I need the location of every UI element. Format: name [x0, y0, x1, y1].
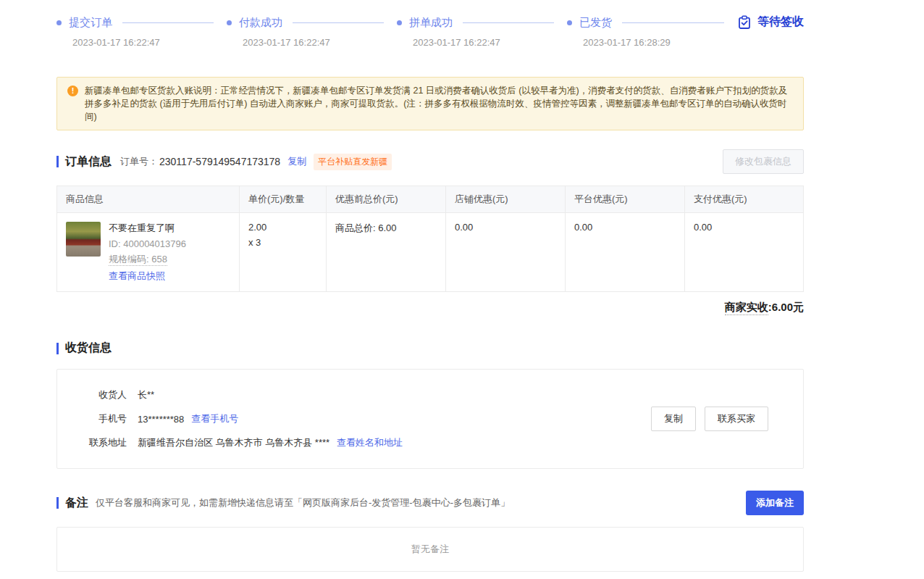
notes-subtitle: 仅平台客服和商家可见，如需新增快递信息请至「网页版商家后台-发货管理-包裹中心-…	[96, 496, 510, 509]
phone-label: 手机号	[75, 412, 127, 425]
contact-buyer-button[interactable]: 联系买家	[705, 407, 768, 431]
column-header-payment-discount: 支付优惠(元)	[685, 186, 804, 213]
timeline-dot	[567, 20, 572, 25]
merchant-received-value: :6.00元	[768, 301, 804, 313]
consignee-value: 长**	[138, 388, 154, 401]
platform-discount-value: 0.00	[574, 222, 592, 233]
modify-package-button[interactable]: 修改包裹信息	[723, 149, 804, 174]
merchant-received-label: 商家实收	[725, 301, 768, 315]
timeline-dot	[56, 20, 62, 25]
timeline-connector	[122, 22, 214, 23]
timeline-step-shipped: 已发货 2023-01-17 16:28:29	[567, 14, 737, 48]
pre-discount-total: 商品总价: 6.00	[335, 222, 397, 233]
product-table: 商品信息 单价(元)/数量 优惠前总价(元) 店铺优惠(元) 平台优惠(元) 支…	[56, 186, 804, 292]
notes-empty-box: 暂无备注	[56, 527, 804, 572]
address-value: 新疆维吾尔自治区 乌鲁木齐市 乌鲁木齐县 ****	[138, 436, 329, 449]
copy-order-number-link[interactable]: 复制	[287, 155, 306, 168]
payment-discount-value: 0.00	[694, 222, 712, 233]
timeline-step-waiting-receipt: 等待签收	[737, 14, 804, 30]
consignee-row: 收货人 长**	[75, 388, 403, 401]
product-row: 不要在重复了啊 ID: 400004013796 规格编码: 658 查看商品快…	[57, 213, 804, 292]
product-spec-code: 规格编码: 658	[109, 253, 186, 266]
product-name: 不要在重复了啊	[109, 222, 186, 235]
shop-discount-value: 0.00	[455, 222, 473, 233]
timeline-step-label: 付款成功	[239, 16, 282, 30]
timeline-step-time: 2023-01-17 16:22:47	[413, 37, 567, 48]
order-info-header: 订单信息 订单号： 230117-579149547173178 复制 平台补贴…	[56, 149, 804, 174]
timeline-step-label: 已发货	[579, 16, 612, 30]
section-title: 订单信息	[65, 154, 112, 170]
order-status-timeline: 提交订单 2023-01-17 16:22:47 付款成功 2023-01-17…	[56, 14, 804, 48]
product-id: ID: 400004013796	[109, 238, 186, 249]
add-note-button[interactable]: 添加备注	[746, 491, 804, 515]
copy-address-button[interactable]: 复制	[651, 407, 696, 431]
section-title-bar	[56, 497, 59, 509]
order-number-label: 订单号：	[120, 155, 158, 168]
product-table-header-row: 商品信息 单价(元)/数量 优惠前总价(元) 店铺优惠(元) 平台优惠(元) 支…	[57, 186, 804, 213]
timeline-step-time: 2023-01-17 16:28:29	[583, 37, 737, 48]
order-detail-page: 提交订单 2023-01-17 16:22:47 付款成功 2023-01-17…	[56, 14, 804, 579]
timeline-step-payment-success: 付款成功 2023-01-17 16:22:47	[227, 14, 397, 48]
phone-value: 13*******88	[138, 414, 184, 425]
column-header-pre-discount-total: 优惠前总价(元)	[327, 186, 446, 213]
address-row: 联系地址 新疆维吾尔自治区 乌鲁木齐市 乌鲁木齐县 **** 查看姓名和地址	[75, 436, 403, 449]
merchant-received-total: 商家实收:6.00元	[56, 301, 804, 315]
address-label: 联系地址	[75, 436, 127, 449]
warning-circle-icon: !	[67, 86, 78, 96]
shipping-info-box: 收货人 长** 手机号 13*******88 查看手机号 联系地址 新疆维吾尔…	[56, 369, 804, 469]
column-header-unit-price-qty: 单价(元)/数量	[240, 186, 327, 213]
notice-text: 新疆凑单包邮专区货款入账说明：正常经营情况下，新疆凑单包邮专区订单发货满 21 …	[85, 84, 793, 123]
phone-row: 手机号 13*******88 查看手机号	[75, 412, 403, 425]
consignee-label: 收货人	[75, 388, 127, 401]
shipping-info-header: 收货信息	[56, 341, 804, 356]
notes-header: 备注 仅平台客服和商家可见，如需新增快递信息请至「网页版商家后台-发货管理-包裹…	[56, 491, 804, 515]
timeline-connector	[293, 22, 384, 23]
timeline-step-label: 等待签收	[757, 14, 804, 30]
view-phone-link[interactable]: 查看手机号	[191, 412, 238, 425]
timeline-connector	[622, 22, 724, 23]
section-title-bar	[56, 156, 59, 167]
view-product-snapshot-link[interactable]: 查看商品快照	[109, 270, 165, 281]
order-number: 230117-579149547173178	[159, 156, 280, 167]
section-title: 收货信息	[65, 341, 112, 356]
unit-price: 2.00	[248, 222, 317, 233]
timeline-step-time: 2023-01-17 16:22:47	[243, 37, 397, 48]
quantity: x 3	[248, 237, 317, 248]
timeline-dot	[227, 20, 232, 25]
notes-empty-text: 暂无备注	[411, 543, 449, 556]
timeline-step-label: 提交订单	[69, 16, 112, 30]
section-title-bar	[56, 343, 59, 354]
column-header-product-info: 商品信息	[57, 186, 240, 213]
column-header-shop-discount: 店铺优惠(元)	[446, 186, 566, 213]
clipboard-check-icon	[737, 15, 752, 30]
section-title: 备注	[65, 496, 88, 511]
timeline-step-group-success: 拼单成功 2023-01-17 16:22:47	[397, 14, 567, 48]
timeline-connector	[463, 22, 554, 23]
timeline-step-time: 2023-01-17 16:22:47	[72, 37, 227, 48]
product-thumbnail	[66, 222, 101, 257]
column-header-platform-discount: 平台优惠(元)	[566, 186, 685, 213]
view-name-address-link[interactable]: 查看姓名和地址	[337, 436, 403, 449]
platform-subsidy-tag: 平台补贴直发新疆	[314, 154, 392, 170]
timeline-step-submit-order: 提交订单 2023-01-17 16:22:47	[56, 14, 227, 48]
payment-settlement-notice-banner: ! 新疆凑单包邮专区货款入账说明：正常经营情况下，新疆凑单包邮专区订单发货满 2…	[56, 77, 804, 130]
timeline-step-label: 拼单成功	[409, 16, 453, 30]
timeline-dot	[397, 20, 402, 25]
